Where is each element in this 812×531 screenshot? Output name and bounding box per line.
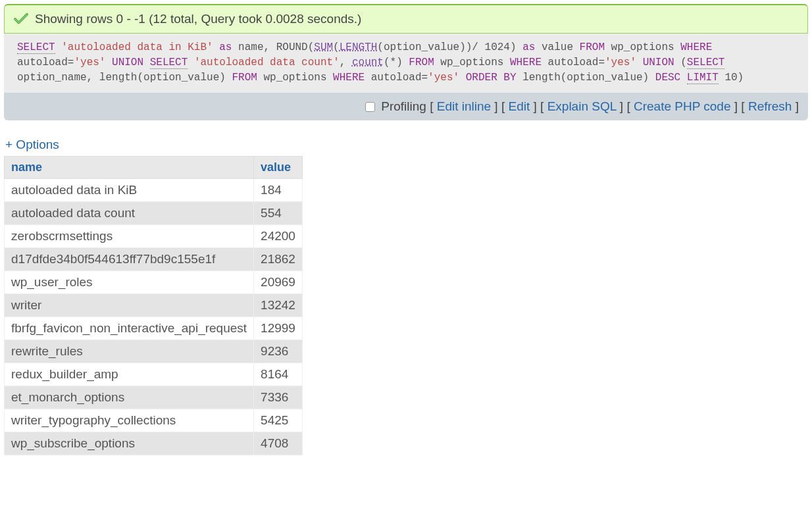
column-header-name[interactable]: name: [5, 156, 254, 178]
cell-value: 12999: [254, 316, 303, 340]
cell-value: 21862: [254, 247, 303, 270]
cell-value: 4708: [254, 432, 303, 455]
table-row[interactable]: writer_typography_collections5425: [5, 409, 303, 432]
cell-name: writer: [5, 293, 254, 316]
table-row[interactable]: redux_builder_amp8164: [5, 363, 303, 386]
table-row[interactable]: autoloaded data in KiB184: [5, 178, 303, 201]
cell-value: 554: [254, 201, 303, 224]
cell-name: fbrfg_favicon_non_interactive_api_reques…: [5, 316, 254, 340]
options-toggle[interactable]: + Options: [5, 138, 59, 152]
cell-value: 13242: [254, 293, 303, 316]
table-row[interactable]: wp_subscribe_options4708: [5, 432, 303, 455]
profiling-label: Profiling: [381, 99, 426, 113]
table-row[interactable]: et_monarch_options7336: [5, 386, 303, 409]
cell-value: 184: [254, 178, 303, 201]
sql-query-display: SELECT 'autoloaded data in KiB' as name,…: [4, 34, 808, 93]
table-row[interactable]: fbrfg_favicon_non_interactive_api_reques…: [5, 316, 303, 340]
column-header-value[interactable]: value: [254, 156, 303, 178]
cell-value: 9236: [254, 340, 303, 363]
table-row[interactable]: autoloaded data count554: [5, 201, 303, 224]
success-banner: Showing rows 0 - -1 (12 total, Query too…: [4, 4, 808, 34]
edit-inline-link[interactable]: Edit inline: [437, 99, 491, 113]
refresh-link[interactable]: Refresh: [748, 99, 792, 113]
table-row[interactable]: writer13242: [5, 293, 303, 316]
explain-sql-link[interactable]: Explain SQL: [547, 99, 617, 113]
cell-name: wp_user_roles: [5, 270, 254, 293]
cell-value: 24200: [254, 224, 303, 247]
cell-name: zerobscrmsettings: [5, 224, 254, 247]
cell-value: 5425: [254, 409, 303, 432]
cell-name: rewrite_rules: [5, 340, 254, 363]
table-row[interactable]: d17dfde34b0f544613ff77bd9c155e1f21862: [5, 247, 303, 270]
table-row[interactable]: zerobscrmsettings24200: [5, 224, 303, 247]
cell-name: redux_builder_amp: [5, 363, 254, 386]
cell-name: autoloaded data count: [5, 201, 254, 224]
create-php-link[interactable]: Create PHP code: [634, 99, 731, 113]
query-actions-bar: Profiling [ Edit inline ] [ Edit ] [ Exp…: [4, 93, 808, 120]
cell-name: wp_subscribe_options: [5, 432, 254, 455]
cell-value: 20969: [254, 270, 303, 293]
check-icon: [14, 13, 28, 25]
cell-name: et_monarch_options: [5, 386, 254, 409]
success-message: Showing rows 0 - -1 (12 total, Query too…: [35, 12, 361, 26]
cell-name: d17dfde34b0f544613ff77bd9c155e1f: [5, 247, 254, 270]
edit-link[interactable]: Edit: [509, 99, 530, 113]
cell-value: 8164: [254, 363, 303, 386]
profiling-checkbox[interactable]: [365, 102, 375, 112]
cell-value: 7336: [254, 386, 303, 409]
cell-name: autoloaded data in KiB: [5, 178, 254, 201]
table-row[interactable]: wp_user_roles20969: [5, 270, 303, 293]
cell-name: writer_typography_collections: [5, 409, 254, 432]
table-row[interactable]: rewrite_rules9236: [5, 340, 303, 363]
results-table: name value autoloaded data in KiB184auto…: [4, 156, 303, 455]
